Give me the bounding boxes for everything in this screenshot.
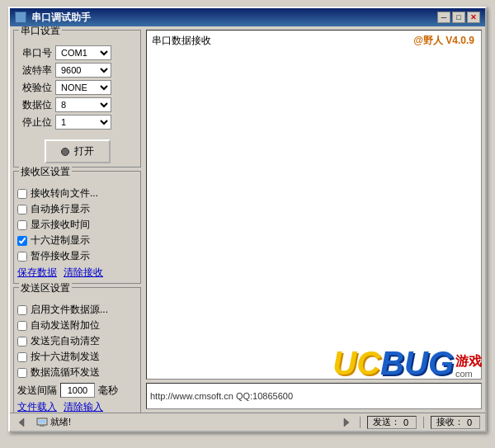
serial-settings-title: 串口设置 (19, 26, 62, 38)
send-checkbox-4[interactable] (17, 368, 27, 378)
send-settings-group: 发送区设置 启用文件数据源... 自动发送附加位 发送完自动清空 (13, 287, 141, 413)
title-bar: 串口调试助手 ─ □ ✕ (10, 8, 485, 26)
send-url-text: http://www.cmsoft.cn QQ:10865600 (150, 391, 293, 401)
open-btn-label: 打开 (74, 144, 94, 158)
port-select[interactable]: COM1 COM2 COM3 COM4 (55, 45, 111, 60)
send-option-2: 发送完自动清空 (17, 334, 137, 348)
receive-option-3: 十六进制显示 (17, 233, 137, 248)
receive-option-2: 显示接收时间 (17, 218, 137, 232)
send-option-label-1: 自动发送附加位 (31, 318, 100, 332)
send-option-3: 按十六进制发送 (17, 350, 137, 364)
send-option-label-3: 按十六进制发送 (31, 350, 100, 364)
send-option-0: 启用文件数据源... (17, 303, 137, 317)
receive-count-value: 0 (467, 417, 472, 427)
svg-marker-4 (344, 418, 349, 427)
parity-label: 校验位 (17, 81, 52, 95)
receive-option-4: 暂停接收显示 (17, 249, 137, 263)
interval-input[interactable] (60, 383, 95, 398)
stopbits-label: 停止位 (17, 116, 52, 130)
minimize-button[interactable]: ─ (437, 12, 450, 23)
receive-checkbox-0[interactable] (17, 189, 27, 199)
receive-count-label: 接收： (436, 416, 464, 428)
interval-label: 发送间隔 (17, 384, 57, 398)
send-checkbox-0[interactable] (17, 305, 27, 315)
send-option-label-4: 数据流循环发送 (31, 365, 100, 380)
send-area[interactable]: http://www.cmsoft.cn QQ:10865600 (146, 383, 482, 409)
status-bar: 就绪! 发送： 0 接收： 0 (10, 413, 485, 431)
send-option-1: 自动发送附加位 (17, 318, 137, 332)
send-option-label-0: 启用文件数据源... (31, 303, 108, 317)
send-option-4: 数据流循环发送 (17, 365, 137, 380)
receive-option-label-2: 显示接收时间 (31, 218, 90, 232)
open-indicator (61, 148, 69, 156)
send-settings-title: 发送区设置 (19, 281, 72, 295)
clear-input-link[interactable]: 清除输入 (64, 400, 103, 413)
receive-option-label-1: 自动换行显示 (31, 202, 90, 216)
send-count-segment: 发送： 0 (367, 416, 417, 429)
stopbits-select[interactable]: 1 1.5 2 (55, 115, 111, 130)
status-ready-label: 就绪! (50, 416, 71, 428)
forward-icon[interactable] (338, 415, 353, 430)
receive-option-label-3: 十六进制显示 (31, 233, 90, 248)
clear-receive-link[interactable]: 清除接收 (64, 266, 103, 280)
receive-area[interactable]: 串口数据接收 @野人 V4.0.9 (146, 30, 482, 380)
receive-option-1: 自动换行显示 (17, 202, 137, 216)
close-button[interactable]: ✕ (467, 12, 480, 23)
status-icon[interactable] (36, 417, 48, 427)
window-title: 串口调试助手 (31, 11, 91, 25)
svg-marker-0 (19, 418, 24, 427)
maximize-button[interactable]: □ (452, 12, 465, 23)
right-panel: 串口数据接收 @野人 V4.0.9 http://www.cmsoft.cn Q… (146, 30, 482, 409)
receive-title: 串口数据接收 (152, 34, 211, 48)
send-option-label-2: 发送完自动清空 (31, 334, 100, 348)
receive-option-0: 接收转向文件... (17, 186, 137, 200)
receive-option-label-4: 暂停接收显示 (31, 249, 90, 263)
send-count-label: 发送： (373, 416, 400, 428)
interval-unit: 毫秒 (98, 384, 118, 398)
receive-settings-group: 接收区设置 接收转向文件... 自动换行显示 显示接收时间 (13, 171, 141, 284)
baud-label: 波特率 (17, 64, 52, 78)
serial-settings-group: 串口设置 串口号 COM1 COM2 COM3 COM4 (13, 30, 141, 167)
svg-rect-3 (39, 420, 45, 423)
back-icon[interactable] (15, 415, 30, 430)
open-port-button[interactable]: 打开 (45, 139, 111, 163)
baud-select[interactable]: 1200 2400 4800 9600 19200 38400 57600 11… (55, 63, 111, 78)
send-count-value: 0 (403, 417, 408, 427)
receive-checkbox-4[interactable] (17, 252, 27, 262)
databits-label: 数据位 (17, 98, 52, 112)
receive-option-label-0: 接收转向文件... (31, 186, 98, 200)
receive-checkbox-1[interactable] (17, 205, 27, 215)
receive-checkbox-2[interactable] (17, 220, 27, 230)
save-data-link[interactable]: 保存数据 (17, 266, 57, 280)
separator-2 (423, 417, 424, 428)
parity-select[interactable]: NONE ODD EVEN (55, 80, 111, 95)
file-load-link[interactable]: 文件载入 (17, 400, 57, 413)
databits-select[interactable]: 5 6 7 8 (55, 97, 111, 112)
receive-checkbox-3[interactable] (17, 236, 27, 246)
status-ready-area: 就绪! (36, 416, 332, 428)
port-label: 串口号 (17, 46, 52, 60)
send-checkbox-3[interactable] (17, 352, 27, 362)
send-checkbox-2[interactable] (17, 337, 27, 347)
receive-count-segment: 接收： 0 (431, 416, 480, 429)
separator-1 (360, 417, 361, 428)
svg-rect-2 (40, 425, 45, 427)
send-checkbox-1[interactable] (17, 321, 27, 331)
version-watermark: @野人 V4.0.9 (413, 34, 474, 48)
receive-settings-title: 接收区设置 (19, 165, 72, 179)
